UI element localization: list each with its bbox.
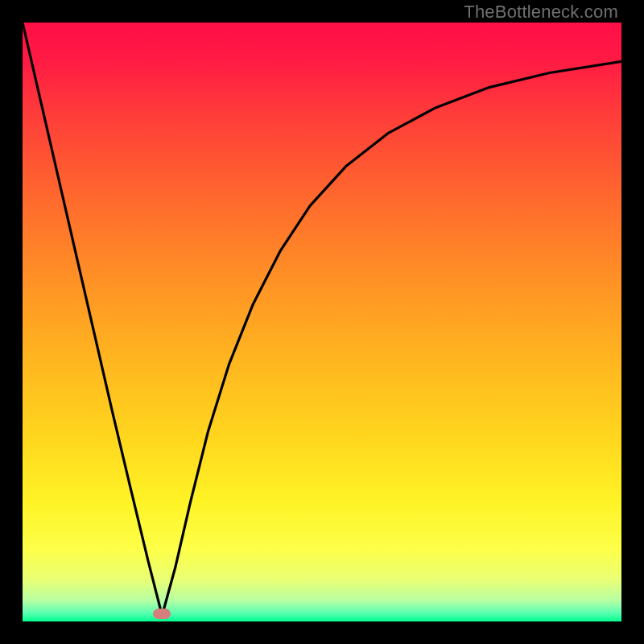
chart-curve-layer (23, 23, 621, 621)
watermark-text: TheBottleneck.com (464, 2, 618, 23)
optimum-marker (153, 609, 171, 619)
bottleneck-curve (23, 23, 621, 616)
